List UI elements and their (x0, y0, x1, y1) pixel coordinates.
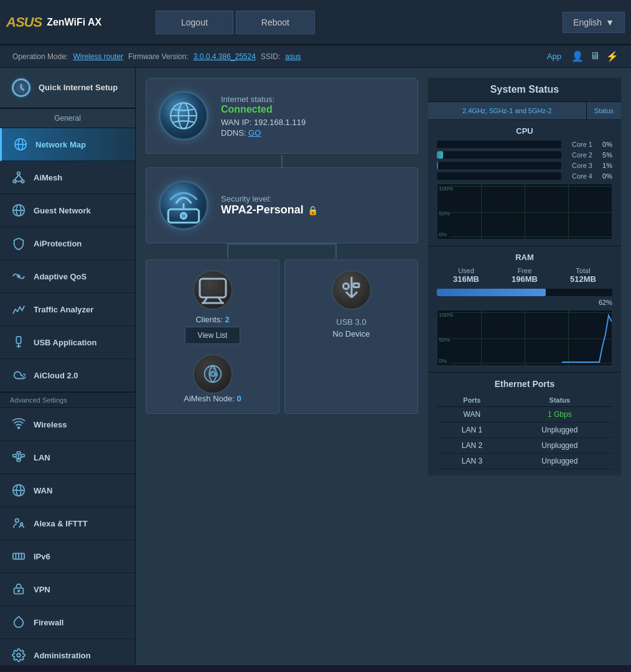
content-main: Internet status: Connected WAN IP: 192.1… (146, 78, 621, 655)
security-label: Security level: (221, 194, 318, 203)
ram-pct-label: 62% (437, 299, 612, 306)
freq-tab-status[interactable]: Status (587, 102, 621, 119)
sidebar-item-ipv6[interactable]: IPv6 (0, 540, 135, 573)
main-layout: Quick Internet Setup General Network Map (0, 68, 631, 665)
svg-rect-21 (17, 459, 21, 462)
sidebar-item-aiprotection[interactable]: AiProtection (0, 227, 135, 260)
core-row-2: Core 2 5% (437, 151, 612, 159)
core-2-label: Core 2 (566, 151, 592, 159)
conn-line-1 (281, 155, 283, 167)
language-label: English (573, 17, 602, 27)
mode-value[interactable]: Wireless router (73, 52, 123, 61)
eth-port-cell: LAN 1 (437, 422, 507, 438)
core-row-1: Core 1 0% (437, 141, 612, 148)
usb-application-icon (10, 334, 27, 351)
infobar: Operation Mode: Wireless router Firmware… (0, 45, 631, 68)
sidebar-item-vpn[interactable]: VPN (0, 573, 135, 606)
svg-rect-18 (13, 454, 17, 457)
aiprotection-icon (10, 235, 27, 252)
router-panel: Security level: WPA2-Personal 🔒 (146, 167, 418, 243)
ram-free-label: Free (512, 267, 538, 274)
svg-rect-48 (200, 279, 226, 297)
sidebar-item-label: AiCloud 2.0 (34, 371, 78, 380)
ram-total: Total 512MB (570, 267, 596, 284)
svg-rect-58 (353, 284, 359, 287)
general-header: General (0, 108, 135, 128)
language-select[interactable]: English ▼ (563, 12, 625, 33)
sidebar-item-label: WAN (34, 486, 52, 495)
ram-used: Used 316MB (453, 267, 479, 284)
eth-table-row: LAN 2Unplugged (437, 438, 612, 454)
sidebar-item-network-map[interactable]: Network Map (0, 128, 135, 161)
firmware-label: Firmware Version: (128, 52, 189, 61)
sidebar-item-wan[interactable]: WAN (0, 474, 135, 507)
sidebar-item-label: IPv6 (34, 552, 50, 561)
svg-point-53 (210, 371, 215, 376)
asus-logo: ASUS (6, 14, 42, 30)
firmware-value[interactable]: 3.0.0.4.386_25524 (194, 52, 256, 61)
aimesh-label: AiMesh Node: 0 (184, 394, 241, 403)
eth-port-cell: LAN 2 (437, 438, 507, 454)
internet-status-value: Connected (221, 104, 306, 115)
cpu-title: CPU (437, 126, 612, 136)
sidebar-item-label: Alexa & IFTTT (34, 519, 88, 528)
clients-count: 2 (225, 315, 229, 324)
core-2-bar-fill (437, 151, 443, 159)
ram-free: Free 196MB (512, 267, 538, 284)
sidebar-item-label: Traffic Analyzer (34, 305, 93, 314)
sidebar-item-wireless[interactable]: Wireless (0, 408, 135, 441)
sidebar-item-adaptive-qos[interactable]: Adaptive QoS (0, 260, 135, 293)
usb-type-label: USB 3.0 (336, 317, 366, 327)
sidebar-item-administration[interactable]: Administration (0, 639, 135, 665)
freq-tab-main[interactable]: 2.4GHz, 5GHz-1 and 5GHz-2 (428, 102, 587, 119)
wireless-icon (10, 416, 27, 433)
svg-point-29 (21, 523, 23, 525)
core-3-bar-fill (437, 162, 438, 169)
sidebar-item-label: USB Application (34, 338, 96, 347)
clients-panel: Clients: 2 View List Ai (146, 259, 279, 414)
svg-rect-34 (14, 588, 24, 594)
svg-point-28 (16, 519, 19, 523)
aimesh-icon (10, 169, 27, 186)
sidebar-item-label: Network Map (35, 140, 86, 149)
sidebar-item-traffic-analyzer[interactable]: Traffic Analyzer (0, 293, 135, 326)
topbar-right: English ▼ (563, 12, 625, 33)
sidebar-item-quick-setup[interactable]: Quick Internet Setup (0, 68, 135, 108)
sidebar-item-guest-network[interactable]: Guest Network (0, 194, 135, 227)
view-list-button[interactable]: View List (185, 327, 241, 344)
sidebar: Quick Internet Setup General Network Map (0, 68, 136, 665)
ram-free-value: 196MB (512, 274, 538, 284)
ram-chart-50: 50% (439, 337, 450, 343)
sidebar-item-alexa-ifttt[interactable]: Alexa & IFTTT (0, 507, 135, 540)
reboot-button[interactable]: Reboot (236, 11, 315, 34)
svg-line-7 (15, 175, 19, 180)
clients-label: Clients: 2 (195, 315, 229, 324)
sidebar-item-aicloud[interactable]: AiCloud 2.0 (0, 359, 135, 392)
quick-setup-icon (10, 77, 32, 99)
app-button[interactable]: App (547, 52, 561, 61)
sidebar-item-label: Wireless (34, 420, 67, 429)
logout-button[interactable]: Logout (156, 11, 233, 34)
eth-status-cell: 1 Gbps (507, 407, 612, 422)
ddns-link[interactable]: GO (248, 128, 261, 138)
core-row-3: Core 3 1% (437, 162, 612, 169)
sidebar-item-aimesh[interactable]: AiMesh (0, 161, 135, 194)
core-2-pct: 5% (597, 151, 612, 159)
ssid-label: SSID: (261, 52, 280, 61)
sidebar-item-label: LAN (34, 453, 50, 462)
alexa-icon (10, 515, 27, 532)
sidebar-item-lan[interactable]: LAN (0, 441, 135, 474)
svg-point-35 (18, 590, 20, 592)
monitor-icon[interactable]: 🖥 (590, 50, 600, 62)
sidebar-item-usb-application[interactable]: USB Application (0, 326, 135, 359)
sidebar-item-firewall[interactable]: Firewall (0, 606, 135, 639)
ram-bar-fill (437, 289, 546, 296)
ram-total-value: 512MB (570, 274, 596, 284)
user-icon[interactable]: 👤 (571, 50, 584, 62)
ssid-value[interactable]: asus (285, 52, 301, 61)
usb-icon[interactable]: ⚡ (606, 50, 619, 62)
vpn-icon (10, 581, 27, 598)
chevron-down-icon: ▼ (605, 17, 614, 27)
ram-title: RAM (437, 253, 612, 262)
sidebar-item-label: Firewall (34, 618, 63, 627)
